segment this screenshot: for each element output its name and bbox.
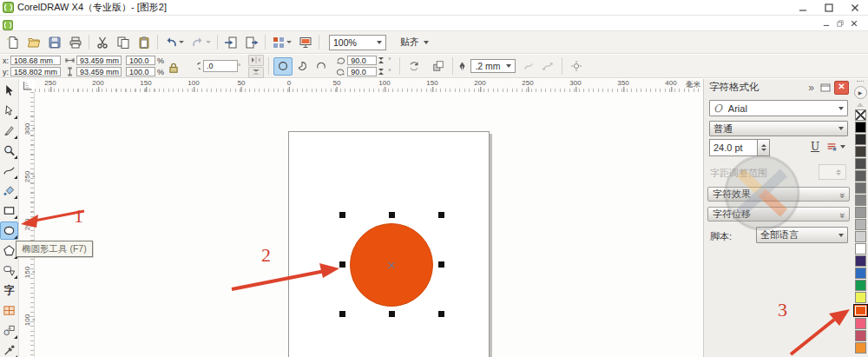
text-tool[interactable]: 字 — [0, 281, 18, 300]
underline-button[interactable]: U — [808, 141, 822, 155]
font-size-field[interactable]: 24.0 pt — [709, 139, 758, 156]
print-button[interactable] — [65, 33, 86, 52]
section-character-effects[interactable]: 字符效果 » — [707, 187, 850, 202]
object-x-field[interactable]: 108.68 mm — [10, 56, 61, 65]
object-y-field[interactable]: 158.802 mm — [10, 67, 61, 76]
mirror-horizontal-button[interactable] — [248, 55, 264, 66]
cut-button[interactable] — [92, 33, 113, 52]
selection-handle-bottom-right[interactable] — [438, 311, 444, 317]
maximize-button[interactable] — [816, 1, 842, 14]
ruler-origin-icon[interactable] — [19, 79, 35, 92]
rotation-angle-field[interactable]: .0 — [203, 60, 238, 72]
minimize-button[interactable] — [790, 1, 816, 14]
shape-tool[interactable] — [0, 102, 18, 120]
object-width-field[interactable]: 93.459 mm — [76, 56, 122, 65]
selection-handle-top-left[interactable] — [339, 212, 345, 218]
eyedropper-tool[interactable] — [0, 341, 18, 357]
blue-swatch[interactable] — [855, 268, 866, 279]
undo-button[interactable] — [161, 33, 187, 52]
toolbar-separator[interactable] — [86, 33, 92, 52]
export-button[interactable] — [241, 33, 262, 52]
rose-swatch[interactable] — [855, 330, 866, 341]
palette-scroll-up-icon[interactable] — [857, 102, 864, 107]
font-size-spinner[interactable] — [758, 139, 770, 156]
selection-handle-top-right[interactable] — [438, 212, 444, 218]
rectangle-tool[interactable] — [0, 202, 18, 220]
doc-restore-button[interactable] — [833, 18, 847, 29]
script-select[interactable]: 全部语言 — [756, 227, 848, 243]
ellipse-tool[interactable] — [0, 221, 18, 240]
gray-70-swatch[interactable] — [855, 158, 866, 169]
mirror-vertical-button[interactable] — [248, 67, 264, 78]
copy-button[interactable] — [113, 33, 134, 52]
ellipse-shape-button[interactable] — [273, 57, 293, 76]
gray-80-swatch[interactable] — [855, 146, 866, 157]
smart-fill-tool[interactable] — [0, 182, 18, 200]
object-height-field[interactable]: 93.459 mm — [76, 67, 122, 76]
change-direction-button[interactable] — [404, 57, 424, 76]
gray-20-swatch[interactable] — [855, 219, 866, 230]
selection-handle-middle-right[interactable] — [438, 261, 444, 268]
section-character-shift[interactable]: 字符位移 » — [707, 207, 850, 221]
object-center-marker[interactable] — [388, 261, 395, 268]
close-button[interactable] — [842, 1, 868, 14]
pick-tool[interactable] — [0, 82, 18, 100]
toolbar-separator[interactable] — [316, 33, 322, 52]
crop-tool[interactable] — [0, 122, 18, 140]
close-curve-button[interactable] — [538, 57, 557, 76]
character-more-button[interactable] — [825, 141, 845, 153]
scale-y-field[interactable]: 100.0 — [126, 67, 155, 76]
table-tool[interactable] — [0, 301, 18, 320]
arc-shape-button[interactable] — [312, 57, 331, 76]
pie-shape-button[interactable] — [293, 57, 312, 76]
docker-collapse-icon[interactable]: » — [808, 82, 814, 94]
doc-minimize-button[interactable] — [819, 18, 833, 29]
gray-50-swatch[interactable] — [855, 182, 866, 194]
vertical-ruler[interactable]: 300250200150100 — [20, 92, 35, 357]
font-family-select[interactable]: O Arial — [709, 100, 848, 116]
kerning-spinner[interactable] — [819, 164, 846, 180]
redo-button[interactable] — [187, 33, 214, 52]
order-to-front-button[interactable] — [429, 57, 448, 76]
orange-red-swatch[interactable] — [853, 304, 868, 317]
gray-40-swatch[interactable] — [855, 195, 866, 206]
freehand-tool[interactable] — [0, 162, 18, 180]
no-color-swatch[interactable] — [855, 109, 866, 121]
black-swatch[interactable] — [855, 122, 866, 133]
selection-handle-top-center[interactable] — [389, 212, 395, 218]
doc-close-button[interactable] — [847, 18, 861, 29]
blend-tool[interactable] — [0, 321, 18, 340]
toolbar-separator[interactable] — [214, 33, 220, 52]
gray-90-swatch[interactable] — [855, 134, 866, 145]
scale-x-field[interactable]: 100.0 — [126, 56, 155, 65]
palette-flyout-button[interactable]: ▶ — [854, 86, 867, 99]
save-button[interactable] — [44, 33, 65, 52]
end-angle-spinner[interactable] — [378, 69, 386, 75]
zoom-level-select[interactable]: 100% — [329, 35, 386, 50]
end-angle-field[interactable]: 90.0 — [347, 67, 377, 76]
docker-close-button[interactable]: ✕ — [834, 81, 849, 95]
orange-swatch[interactable] — [855, 342, 866, 354]
snap-to-button[interactable]: 贴齐 — [400, 36, 429, 49]
selection-handle-middle-left[interactable] — [339, 261, 345, 268]
start-angle-spinner[interactable] — [378, 57, 386, 63]
horizontal-ruler[interactable]: 毫米 2502001501005005010015020025030035040… — [35, 79, 703, 93]
gray-30-swatch[interactable] — [855, 207, 866, 218]
yellow-swatch[interactable] — [855, 292, 866, 303]
white-swatch[interactable] — [855, 243, 866, 255]
violet-swatch[interactable] — [855, 255, 866, 267]
app-launcher-button[interactable] — [268, 33, 295, 52]
new-document-button[interactable] — [3, 33, 23, 52]
green-swatch[interactable] — [855, 280, 866, 291]
toolbar-separator[interactable] — [155, 33, 161, 52]
zoom-tool[interactable] — [0, 142, 18, 160]
paste-button[interactable] — [134, 33, 155, 52]
import-button[interactable] — [220, 33, 241, 52]
docker-float-button[interactable] — [819, 82, 832, 93]
gray-60-swatch[interactable] — [855, 170, 866, 182]
start-angle-field[interactable]: 90.0 — [347, 56, 377, 65]
open-button[interactable] — [23, 33, 44, 52]
text-wrap-button[interactable] — [567, 57, 586, 76]
selection-handle-bottom-left[interactable] — [339, 311, 345, 317]
basic-shapes-tool[interactable] — [0, 261, 18, 280]
